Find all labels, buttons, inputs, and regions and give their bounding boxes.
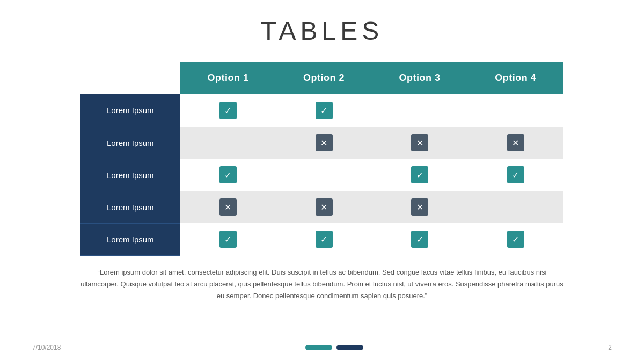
check-icon: ✓ bbox=[219, 102, 237, 119]
cell-r1-c2: ✕ bbox=[276, 127, 372, 159]
header-option2: Option 2 bbox=[276, 62, 372, 94]
cell-r4-c4: ✓ bbox=[467, 223, 564, 255]
cell-r0-c2: ✓ bbox=[276, 94, 372, 127]
cell-r3-c1: ✕ bbox=[180, 191, 276, 223]
x-icon: ✕ bbox=[507, 134, 524, 151]
cell-r4-c1: ✓ bbox=[180, 223, 276, 255]
table-row: Lorem Ipsum✕✕✕ bbox=[80, 127, 564, 159]
x-icon: ✕ bbox=[316, 134, 333, 151]
row-label: Lorem Ipsum bbox=[80, 127, 180, 159]
comparison-table: Option 1 Option 2 Option 3 Option 4 Lore… bbox=[80, 62, 564, 256]
cell-r4-c3: ✓ bbox=[372, 223, 468, 255]
dot-navy[interactable] bbox=[336, 345, 363, 350]
quote-section: “Lorem ipsum dolor sit amet, consectetur… bbox=[80, 267, 564, 302]
row-label: Lorem Ipsum bbox=[80, 94, 180, 127]
check-icon: ✓ bbox=[316, 231, 333, 248]
cell-r3-c2: ✕ bbox=[276, 191, 372, 223]
check-icon: ✓ bbox=[411, 231, 428, 248]
check-icon: ✓ bbox=[316, 102, 333, 119]
table-row: Lorem Ipsum✓✓ bbox=[80, 94, 564, 127]
footer: 7/10/2018 2 bbox=[0, 344, 644, 351]
footer-page: 2 bbox=[608, 344, 612, 351]
cell-r1-c3: ✕ bbox=[372, 127, 468, 159]
footer-navigation bbox=[305, 345, 363, 350]
header-option3: Option 3 bbox=[372, 62, 468, 94]
slide: TABLES Option 1 Option 2 Option 3 Option… bbox=[0, 0, 644, 362]
table-row: Lorem Ipsum✓✓✓✓ bbox=[80, 223, 564, 255]
check-icon: ✓ bbox=[507, 166, 524, 183]
check-icon: ✓ bbox=[507, 231, 524, 248]
cell-r2-c2 bbox=[276, 159, 372, 191]
check-icon: ✓ bbox=[219, 166, 237, 183]
cell-r2-c1: ✓ bbox=[180, 159, 276, 191]
x-icon: ✕ bbox=[316, 198, 333, 216]
cell-r0-c1: ✓ bbox=[180, 94, 276, 127]
cell-r1-c1 bbox=[180, 127, 276, 159]
table-row: Lorem Ipsum✕✕✕ bbox=[80, 191, 564, 223]
x-icon: ✕ bbox=[219, 198, 237, 216]
check-icon: ✓ bbox=[219, 231, 237, 248]
dot-teal[interactable] bbox=[305, 345, 332, 350]
row-label: Lorem Ipsum bbox=[80, 191, 180, 223]
row-label: Lorem Ipsum bbox=[80, 159, 180, 191]
check-icon: ✓ bbox=[411, 166, 428, 183]
footer-date: 7/10/2018 bbox=[32, 344, 61, 351]
cell-r4-c2: ✓ bbox=[276, 223, 372, 255]
header-option4: Option 4 bbox=[467, 62, 564, 94]
cell-r1-c4: ✕ bbox=[467, 127, 564, 159]
cell-r3-c4 bbox=[467, 191, 564, 223]
x-icon: ✕ bbox=[411, 134, 428, 151]
header-empty bbox=[80, 62, 180, 94]
cell-r2-c3: ✓ bbox=[372, 159, 468, 191]
cell-r3-c3: ✕ bbox=[372, 191, 468, 223]
table-row: Lorem Ipsum✓✓✓ bbox=[80, 159, 564, 191]
cell-r2-c4: ✓ bbox=[467, 159, 564, 191]
quote-text: “Lorem ipsum dolor sit amet, consectetur… bbox=[80, 267, 564, 302]
table-wrapper: Option 1 Option 2 Option 3 Option 4 Lore… bbox=[80, 62, 564, 256]
cell-r0-c3 bbox=[372, 94, 468, 127]
row-label: Lorem Ipsum bbox=[80, 223, 180, 255]
x-icon: ✕ bbox=[411, 198, 428, 216]
header-option1: Option 1 bbox=[180, 62, 276, 94]
page-title: TABLES bbox=[261, 16, 384, 46]
cell-r0-c4 bbox=[467, 94, 564, 127]
